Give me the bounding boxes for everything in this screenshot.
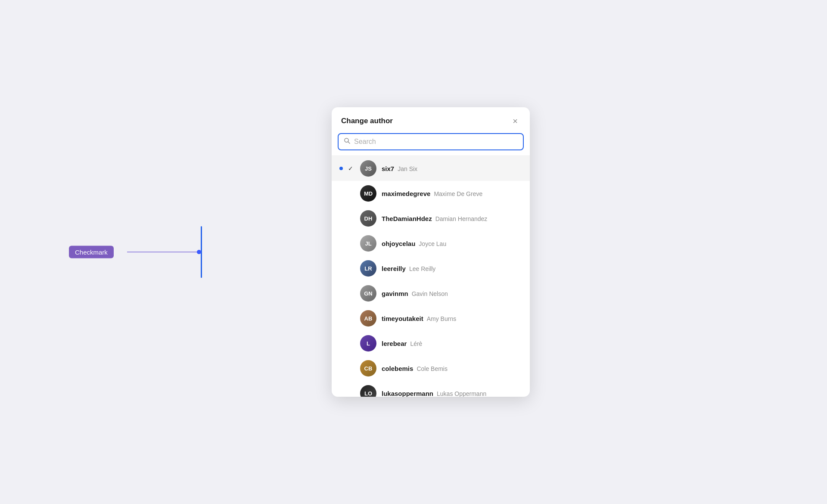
user-item[interactable]: ✓ MD maximedegreve Maxime De Greve <box>332 181 530 206</box>
fullname: Gavin Nelson <box>412 290 448 297</box>
fullname: Damian Hernandez <box>435 215 488 222</box>
user-info: six7 Jan Six <box>382 165 522 172</box>
user-info: lukasoppermann Lukas Oppermann <box>382 390 522 397</box>
avatar: CB <box>360 360 376 376</box>
change-author-modal: Change author × ✓ JS six7 Jan Six <box>332 107 530 397</box>
user-item[interactable]: ✓ DH TheDamianHdez Damian Hernandez <box>332 206 530 231</box>
avatar: JL <box>360 235 376 252</box>
username: timeyoutakeit <box>382 315 423 322</box>
user-item[interactable]: ✓ CB colebemis Cole Bemis <box>332 356 530 381</box>
close-button[interactable]: × <box>510 116 520 126</box>
connector-dot <box>197 250 201 254</box>
user-list: ✓ JS six7 Jan Six ✓ MD maximedegreve Max… <box>332 156 530 397</box>
connector-line <box>127 252 200 252</box>
user-item[interactable]: ✓ L lerebear Lérè <box>332 331 530 356</box>
avatar: DH <box>360 210 376 227</box>
fullname: Lérè <box>410 340 422 347</box>
modal-header: Change author × <box>332 107 530 133</box>
user-info: gavinmn Gavin Nelson <box>382 290 522 297</box>
username: six7 <box>382 165 394 172</box>
search-input-wrapper <box>338 133 524 150</box>
username: colebemis <box>382 365 413 372</box>
username: leereilly <box>382 265 406 272</box>
user-info: colebemis Cole Bemis <box>382 365 522 372</box>
username: TheDamianHdez <box>382 215 432 222</box>
user-item[interactable]: ✓ JS six7 Jan Six <box>332 156 530 181</box>
username: gavinmn <box>382 290 408 297</box>
avatar: JS <box>360 160 376 177</box>
user-item[interactable]: ✓ GN gavinmn Gavin Nelson <box>332 281 530 306</box>
fullname: Jan Six <box>398 165 417 172</box>
user-info: ohjoycelau Joyce Lau <box>382 240 522 247</box>
search-input[interactable] <box>354 138 518 146</box>
search-container <box>332 133 530 156</box>
search-icon <box>344 137 351 146</box>
avatar: L <box>360 335 376 352</box>
svg-line-1 <box>348 142 350 143</box>
modal-title: Change author <box>341 117 393 125</box>
avatar: LO <box>360 385 376 397</box>
user-info: TheDamianHdez Damian Hernandez <box>382 215 522 222</box>
user-item[interactable]: ✓ AB timeyoutakeit Amy Burns <box>332 306 530 331</box>
user-info: maximedegreve Maxime De Greve <box>382 190 522 197</box>
selected-dot <box>339 167 343 170</box>
checkmark-icon: ✓ <box>348 165 355 172</box>
checkmark-label: Checkmark <box>69 246 114 258</box>
user-item[interactable]: ✓ LO lukasoppermann Lukas Oppermann <box>332 381 530 397</box>
user-info: leereilly Lee Reilly <box>382 265 522 272</box>
fullname: Joyce Lau <box>419 240 446 247</box>
avatar: MD <box>360 185 376 202</box>
username: maximedegreve <box>382 190 430 197</box>
user-item[interactable]: ✓ LR leereilly Lee Reilly <box>332 256 530 281</box>
fullname: Lukas Oppermann <box>437 390 486 397</box>
avatar: AB <box>360 310 376 327</box>
fullname: Amy Burns <box>427 315 456 322</box>
user-info: timeyoutakeit Amy Burns <box>382 315 522 322</box>
user-info: lerebear Lérè <box>382 340 522 347</box>
avatar: LR <box>360 260 376 277</box>
avatar: GN <box>360 285 376 302</box>
fullname: Cole Bemis <box>417 365 448 372</box>
username: ohjoycelau <box>382 240 415 247</box>
fullname: Maxime De Greve <box>434 190 482 197</box>
username: lukasoppermann <box>382 390 433 397</box>
fullname: Lee Reilly <box>409 265 435 272</box>
username: lerebear <box>382 340 407 347</box>
user-item[interactable]: ✓ JL ohjoycelau Joyce Lau <box>332 231 530 256</box>
